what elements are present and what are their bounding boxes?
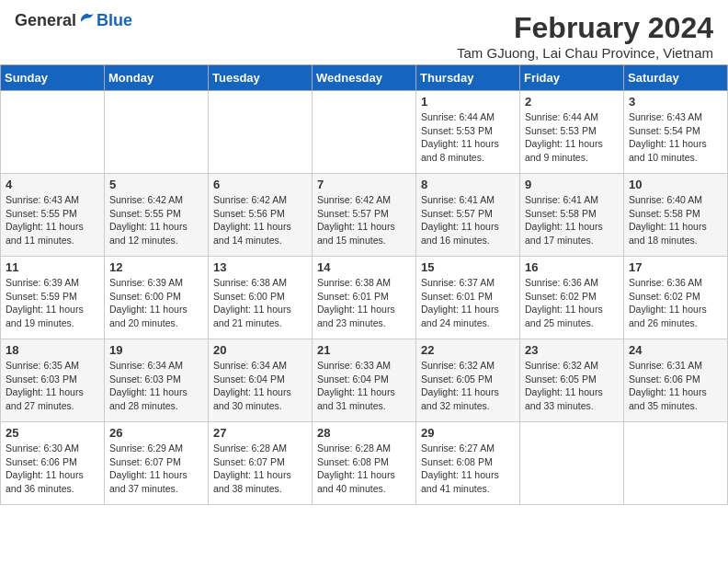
- day-info: Sunrise: 6:28 AM Sunset: 6:08 PM Dayligh…: [317, 442, 411, 496]
- day-number: 3: [629, 95, 722, 109]
- day-info: Sunrise: 6:43 AM Sunset: 5:54 PM Dayligh…: [629, 110, 722, 165]
- day-info: Sunrise: 6:33 AM Sunset: 6:04 PM Dayligh…: [317, 359, 411, 413]
- day-number: 19: [109, 343, 203, 357]
- day-info: Sunrise: 6:34 AM Sunset: 6:04 PM Dayligh…: [213, 359, 307, 413]
- day-cell: 29Sunrise: 6:27 AM Sunset: 6:08 PM Dayli…: [416, 422, 520, 505]
- day-cell: 2Sunrise: 6:44 AM Sunset: 5:53 PM Daylig…: [520, 91, 624, 174]
- day-cell: [520, 422, 624, 505]
- logo-bird-icon: [78, 12, 97, 30]
- day-cell: 4Sunrise: 6:43 AM Sunset: 5:55 PM Daylig…: [1, 174, 105, 257]
- week-row-5: 25Sunrise: 6:30 AM Sunset: 6:06 PM Dayli…: [1, 422, 728, 505]
- day-cell: 10Sunrise: 6:40 AM Sunset: 5:58 PM Dayli…: [624, 174, 728, 257]
- col-header-monday: Monday: [105, 65, 209, 91]
- day-info: Sunrise: 6:44 AM Sunset: 5:53 PM Dayligh…: [421, 110, 515, 165]
- day-cell: 6Sunrise: 6:42 AM Sunset: 5:56 PM Daylig…: [209, 174, 313, 257]
- day-number: 22: [421, 343, 515, 357]
- day-number: 4: [6, 178, 99, 191]
- day-info: Sunrise: 6:42 AM Sunset: 5:56 PM Dayligh…: [213, 193, 307, 247]
- day-number: 14: [317, 260, 411, 274]
- col-header-sunday: Sunday: [1, 65, 105, 91]
- day-cell: [105, 91, 209, 174]
- day-number: 18: [6, 343, 99, 357]
- day-cell: 27Sunrise: 6:28 AM Sunset: 6:07 PM Dayli…: [209, 422, 313, 505]
- day-cell: [209, 91, 313, 174]
- day-info: Sunrise: 6:44 AM Sunset: 5:53 PM Dayligh…: [525, 110, 619, 165]
- day-number: 2: [525, 95, 619, 109]
- day-cell: [313, 91, 416, 174]
- col-header-saturday: Saturday: [624, 65, 728, 91]
- day-info: Sunrise: 6:34 AM Sunset: 6:03 PM Dayligh…: [109, 359, 203, 413]
- col-header-wednesday: Wednesday: [313, 65, 416, 91]
- day-info: Sunrise: 6:37 AM Sunset: 6:01 PM Dayligh…: [421, 276, 515, 330]
- day-number: 27: [213, 426, 307, 440]
- day-number: 1: [421, 95, 515, 109]
- month-year-title: February 2024: [457, 11, 713, 45]
- day-cell: [1, 91, 105, 174]
- day-cell: 18Sunrise: 6:35 AM Sunset: 6:03 PM Dayli…: [1, 339, 105, 422]
- day-cell: 28Sunrise: 6:28 AM Sunset: 6:08 PM Dayli…: [313, 422, 416, 505]
- day-cell: 1Sunrise: 6:44 AM Sunset: 5:53 PM Daylig…: [416, 91, 520, 174]
- day-cell: 7Sunrise: 6:42 AM Sunset: 5:57 PM Daylig…: [313, 174, 416, 257]
- day-info: Sunrise: 6:32 AM Sunset: 6:05 PM Dayligh…: [421, 359, 515, 413]
- logo: General Blue: [15, 11, 132, 30]
- day-cell: 23Sunrise: 6:32 AM Sunset: 6:05 PM Dayli…: [520, 339, 624, 422]
- location-subtitle: Tam GJuong, Lai Chau Province, Vietnam: [457, 45, 713, 61]
- day-cell: 5Sunrise: 6:42 AM Sunset: 5:55 PM Daylig…: [105, 174, 209, 257]
- day-cell: 25Sunrise: 6:30 AM Sunset: 6:06 PM Dayli…: [1, 422, 105, 505]
- day-cell: 9Sunrise: 6:41 AM Sunset: 5:58 PM Daylig…: [520, 174, 624, 257]
- day-info: Sunrise: 6:30 AM Sunset: 6:06 PM Dayligh…: [6, 442, 99, 496]
- day-info: Sunrise: 6:29 AM Sunset: 6:07 PM Dayligh…: [109, 442, 203, 496]
- day-cell: [624, 422, 728, 505]
- day-cell: 16Sunrise: 6:36 AM Sunset: 6:02 PM Dayli…: [520, 257, 624, 339]
- day-info: Sunrise: 6:36 AM Sunset: 6:02 PM Dayligh…: [525, 276, 619, 330]
- day-number: 23: [525, 343, 619, 357]
- day-info: Sunrise: 6:42 AM Sunset: 5:57 PM Dayligh…: [317, 193, 411, 247]
- day-number: 12: [109, 260, 203, 274]
- day-cell: 11Sunrise: 6:39 AM Sunset: 5:59 PM Dayli…: [1, 257, 105, 339]
- day-number: 7: [317, 178, 411, 191]
- col-header-thursday: Thursday: [416, 65, 520, 91]
- day-number: 10: [629, 178, 722, 191]
- day-info: Sunrise: 6:39 AM Sunset: 6:00 PM Dayligh…: [109, 276, 203, 330]
- calendar-table: SundayMondayTuesdayWednesdayThursdayFrid…: [0, 64, 728, 505]
- week-row-1: 1Sunrise: 6:44 AM Sunset: 5:53 PM Daylig…: [1, 91, 728, 174]
- day-info: Sunrise: 6:31 AM Sunset: 6:06 PM Dayligh…: [629, 359, 722, 413]
- day-number: 9: [525, 178, 619, 191]
- day-cell: 26Sunrise: 6:29 AM Sunset: 6:07 PM Dayli…: [105, 422, 209, 505]
- day-number: 6: [213, 178, 307, 191]
- day-info: Sunrise: 6:42 AM Sunset: 5:55 PM Dayligh…: [109, 193, 203, 247]
- week-row-4: 18Sunrise: 6:35 AM Sunset: 6:03 PM Dayli…: [1, 339, 728, 422]
- day-info: Sunrise: 6:39 AM Sunset: 5:59 PM Dayligh…: [6, 276, 99, 330]
- day-number: 26: [109, 426, 203, 440]
- day-info: Sunrise: 6:28 AM Sunset: 6:07 PM Dayligh…: [213, 442, 307, 496]
- day-cell: 15Sunrise: 6:37 AM Sunset: 6:01 PM Dayli…: [416, 257, 520, 339]
- day-number: 5: [109, 178, 203, 191]
- day-number: 17: [629, 260, 722, 274]
- day-info: Sunrise: 6:41 AM Sunset: 5:58 PM Dayligh…: [525, 193, 619, 247]
- day-number: 8: [421, 178, 515, 191]
- day-number: 13: [213, 260, 307, 274]
- day-info: Sunrise: 6:38 AM Sunset: 6:01 PM Dayligh…: [317, 276, 411, 330]
- page-header: General Blue February 2024 Tam GJuong, L…: [0, 0, 728, 64]
- day-cell: 12Sunrise: 6:39 AM Sunset: 6:00 PM Dayli…: [105, 257, 209, 339]
- day-cell: 3Sunrise: 6:43 AM Sunset: 5:54 PM Daylig…: [624, 91, 728, 174]
- week-row-3: 11Sunrise: 6:39 AM Sunset: 5:59 PM Dayli…: [1, 257, 728, 339]
- day-number: 25: [6, 426, 99, 440]
- day-info: Sunrise: 6:38 AM Sunset: 6:00 PM Dayligh…: [213, 276, 307, 330]
- day-number: 29: [421, 426, 515, 440]
- day-cell: 22Sunrise: 6:32 AM Sunset: 6:05 PM Dayli…: [416, 339, 520, 422]
- day-cell: 17Sunrise: 6:36 AM Sunset: 6:02 PM Dayli…: [624, 257, 728, 339]
- logo-general-text: General: [15, 11, 76, 30]
- day-info: Sunrise: 6:41 AM Sunset: 5:57 PM Dayligh…: [421, 193, 515, 247]
- day-number: 24: [629, 343, 722, 357]
- day-info: Sunrise: 6:43 AM Sunset: 5:55 PM Dayligh…: [6, 193, 99, 247]
- title-area: February 2024 Tam GJuong, Lai Chau Provi…: [457, 11, 713, 61]
- day-cell: 8Sunrise: 6:41 AM Sunset: 5:57 PM Daylig…: [416, 174, 520, 257]
- logo-blue-text: Blue: [97, 11, 132, 30]
- day-cell: 21Sunrise: 6:33 AM Sunset: 6:04 PM Dayli…: [313, 339, 416, 422]
- day-info: Sunrise: 6:36 AM Sunset: 6:02 PM Dayligh…: [629, 276, 722, 330]
- col-header-friday: Friday: [520, 65, 624, 91]
- day-number: 11: [6, 260, 99, 274]
- week-row-2: 4Sunrise: 6:43 AM Sunset: 5:55 PM Daylig…: [1, 174, 728, 257]
- day-info: Sunrise: 6:32 AM Sunset: 6:05 PM Dayligh…: [525, 359, 619, 413]
